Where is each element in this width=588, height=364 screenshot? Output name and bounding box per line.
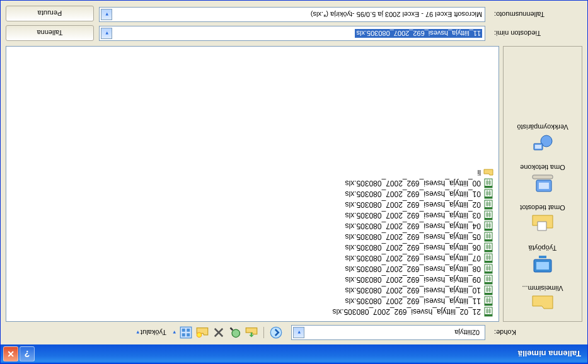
desktop-icon	[530, 253, 555, 275]
svg-rect-5	[182, 333, 185, 336]
main-area: Viimeisimm... Työpöytä Omat tiedostot Om…	[6, 46, 582, 322]
svg-rect-9	[536, 262, 549, 270]
save-button[interactable]: Tallenna	[6, 25, 94, 41]
cancel-button-label: Peruuta	[38, 10, 62, 18]
documents-icon	[530, 213, 555, 234]
filename-input[interactable]: 11_liittyja_hsvesi_692_2007_080305.xls	[99, 26, 485, 41]
tools-arrow-icon: ▾	[136, 329, 139, 336]
format-row: Tallennusmuoto: Microsoft Excel 97 - Exc…	[99, 7, 582, 22]
place-label: Viimeisimm...	[505, 285, 580, 292]
search-web-icon[interactable]	[229, 326, 241, 339]
save-as-dialog: Tallenna nimellä ? ✕ Kohde: 02liittyja	[0, 0, 588, 364]
folder-icon	[483, 168, 493, 178]
places-bar: Viimeisimm... Työpöytä Omat tiedostot Om…	[503, 46, 582, 322]
format-dropdown[interactable]: Microsoft Excel 97 - Excel 2003 ja 5.0/9…	[99, 7, 485, 22]
tools-label: Työkalut	[141, 329, 166, 336]
file-name: li	[478, 169, 481, 178]
bottom-panel: Tiedoston nimi: 11_liittyja_hsvesi_692_2…	[6, 6, 582, 41]
file-name: 11_liittyja_hsvesi_692_2007_080305.xls	[345, 297, 481, 306]
titlebar: Tallenna nimellä ? ✕	[1, 344, 587, 363]
file-name: 08_liittyja_hsvesi_692_2007_080305.xls	[345, 265, 481, 274]
filename-value: 11_liittyja_hsvesi_692_2007_080305.xls	[355, 29, 482, 38]
svg-rect-40	[485, 304, 492, 306]
place-label: Verkkoympäristö	[505, 123, 580, 131]
svg-rect-6	[187, 329, 190, 332]
excel-file-icon	[483, 254, 493, 264]
place-tyopoyta[interactable]: Työpöytä	[505, 238, 580, 277]
excel-file-icon	[483, 297, 493, 307]
file-name: 00_liittyja_hsvesi_692_2007_080305.xls	[345, 179, 481, 188]
network-icon	[530, 132, 555, 154]
kohde-label: Kohde:	[489, 329, 582, 336]
file-item[interactable]: 07_liittyja_hsvesi_692_2007_080305.xls	[11, 253, 493, 264]
help-button[interactable]: ?	[20, 346, 35, 361]
back-icon[interactable]	[270, 326, 282, 339]
tools-menu[interactable]: Työkalut ▾	[136, 329, 166, 336]
file-name: 05_liittyja_hsvesi_692_2007_080305.xls	[345, 233, 481, 242]
svg-rect-26	[485, 229, 492, 231]
dropdown-arrow-icon[interactable]	[293, 327, 304, 338]
excel-file-icon	[483, 307, 493, 317]
kohde-dropdown[interactable]: 02liittyja	[291, 325, 485, 340]
svg-point-1	[232, 329, 240, 338]
file-item[interactable]: 06_liittyja_hsvesi_692_2007_080305.xls	[11, 242, 493, 253]
svg-rect-7	[182, 329, 185, 332]
file-name: 02_liittyja_hsvesi_692_2007_080305.xls	[345, 201, 481, 210]
excel-file-icon	[483, 232, 493, 242]
file-name: 03_liittyja_hsvesi_692_2007_080305.xls	[345, 212, 481, 220]
toolbar-icons: ▾ Työkalut ▾	[136, 326, 282, 339]
cancel-button[interactable]: Peruuta	[6, 6, 94, 21]
views-arrow-icon[interactable]: ▾	[173, 329, 176, 336]
file-item[interactable]: 08_liittyja_hsvesi_692_2007_080305.xls	[11, 264, 493, 275]
file-name: 09_liittyja_hsvesi_692_2007_080305.xls	[345, 276, 481, 285]
filename-row: Tiedoston nimi: 11_liittyja_hsvesi_692_2…	[99, 26, 582, 41]
file-name: 07_liittyja_hsvesi_692_2007_080305.xls	[345, 254, 481, 263]
save-button-label: Tallenna	[37, 30, 63, 37]
file-list[interactable]: li00_liittyja_hsvesi_692_2007_080305.xls…	[6, 46, 499, 322]
svg-rect-36	[485, 283, 492, 285]
svg-rect-38	[485, 293, 492, 295]
svg-rect-12	[539, 183, 549, 189]
svg-rect-18	[485, 186, 492, 188]
place-label: Oma tietokone	[505, 164, 580, 171]
close-button[interactable]: ✕	[3, 346, 18, 361]
file-item[interactable]: 21_02_liittyja_hsvesi_692_2007_080305.xl…	[11, 307, 493, 317]
bottom-fields: Tiedoston nimi: 11_liittyja_hsvesi_692_2…	[99, 6, 582, 41]
delete-icon[interactable]	[212, 326, 225, 339]
computer-icon	[530, 173, 555, 194]
file-item[interactable]: 05_liittyja_hsvesi_692_2007_080305.xls	[11, 232, 493, 242]
dropdown-arrow-icon[interactable]	[101, 28, 112, 39]
recent-icon	[530, 293, 555, 315]
file-item[interactable]: 04_liittyja_hsvesi_692_2007_080305.xls	[11, 221, 493, 232]
up-one-level-icon[interactable]	[245, 326, 258, 339]
format-label: Tallennusmuoto:	[489, 11, 582, 18]
views-icon[interactable]	[180, 326, 192, 339]
svg-rect-16	[535, 145, 541, 149]
place-omat-tiedostot[interactable]: Omat tiedostot	[505, 198, 580, 237]
excel-file-icon	[483, 211, 493, 221]
new-folder-icon[interactable]	[196, 326, 209, 339]
svg-rect-20	[485, 197, 492, 199]
file-name: 04_liittyja_hsvesi_692_2007_080305.xls	[345, 222, 481, 231]
place-viimeisimmat[interactable]: Viimeisimm...	[505, 278, 580, 317]
excel-file-icon	[483, 179, 493, 189]
svg-point-0	[270, 327, 282, 338]
dropdown-arrow-icon[interactable]	[101, 9, 112, 20]
excel-file-icon	[483, 264, 493, 275]
place-oma-tietokone[interactable]: Oma tietokone	[505, 157, 580, 196]
folder-item[interactable]: li	[11, 168, 493, 178]
place-label: Työpöytä	[505, 244, 580, 252]
place-verkkoymparisto[interactable]: Verkkoympäristö	[505, 117, 580, 156]
file-item[interactable]: 10_liittyja_hsvesi_692_2007_080305.xls	[11, 285, 493, 296]
file-item[interactable]: 03_liittyja_hsvesi_692_2007_080305.xls	[11, 210, 493, 221]
file-item[interactable]: 02_liittyja_hsvesi_692_2007_080305.xls	[11, 200, 493, 210]
file-item[interactable]: 11_liittyja_hsvesi_692_2007_080305.xls	[11, 296, 493, 307]
kohde-value: 02liittyja	[307, 329, 480, 336]
file-item[interactable]: 09_liittyja_hsvesi_692_2007_080305.xls	[11, 275, 493, 285]
file-item[interactable]: 01_liittyja_hsvesi_692_2007_080305.xls	[11, 189, 493, 200]
svg-rect-24	[485, 219, 492, 220]
separator	[263, 327, 264, 338]
svg-rect-13	[533, 175, 553, 179]
file-item[interactable]: 00_liittyja_hsvesi_692_2007_080305.xls	[11, 178, 493, 189]
dialog-body: Kohde: 02liittyja ▾ Työkalut ▾	[1, 1, 587, 344]
